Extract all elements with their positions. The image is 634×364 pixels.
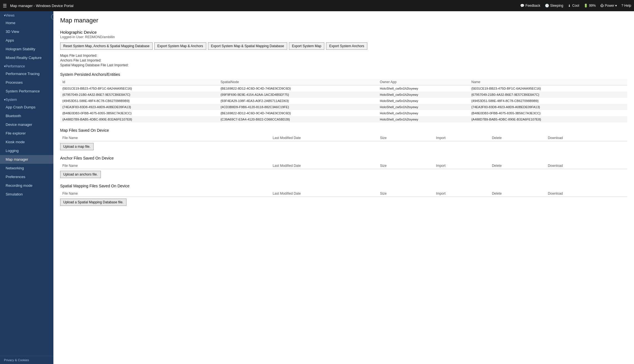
sidebar-item-bluetooth[interactable]: Bluetooth [0, 112, 53, 120]
sidebar-item-fileexplorer[interactable]: File explorer [0, 129, 53, 138]
sidebar-item-kioskmode[interactable]: Kiosk mode [0, 138, 53, 146]
sidebar-item-processes[interactable]: Processes [0, 78, 53, 87]
topbar-title: Map manager - Windows Device Portal [10, 4, 520, 8]
spatial-files-section: Spatial Mapping Files Saved On Device Fi… [60, 184, 627, 206]
sleeping-btn[interactable]: 🕐 Sleeping [545, 4, 563, 8]
map-col-delete: Delete [490, 136, 545, 140]
map-col-size: Size [378, 136, 434, 140]
upload-map-btn[interactable]: Upload a map file. [60, 143, 94, 150]
anchors-cell-spatial_node: {4CD3B8D9-F9B6-4120-8118-882C3A6C19FE} [218, 104, 378, 110]
anchors-table-row: {67957049-21B0-4A32-B6E7-9E57CB6E8A7C}{9… [60, 92, 627, 98]
upload-spatial-btn[interactable]: Upload a Spatial Mapping Database file. [60, 199, 126, 206]
anchor-col-size: Size [378, 164, 434, 168]
sidebar-item-hologram[interactable]: Hologram Stability [0, 45, 53, 53]
sidebar-item-mrc[interactable]: Mixed Reality Capture [0, 53, 53, 62]
anchors-section-title: System Persisted Anchors/Entities [60, 72, 627, 77]
cool-btn[interactable]: 🌡 Cool [568, 4, 579, 8]
map-col-modified: Last Modified Date [270, 136, 378, 140]
sidebar-item-logging[interactable]: Logging [0, 146, 53, 155]
sidebar-item-mapmanager[interactable]: Map manager [0, 155, 53, 164]
feedback-btn[interactable]: 💬 Feedback [520, 4, 540, 8]
device-info: Holographic Device Logged-in User: REDMO… [60, 30, 627, 39]
sidebar-item-appcrashdumps[interactable]: App Crash Dumps [0, 103, 53, 112]
page-title: Map manager [60, 17, 627, 24]
help-btn[interactable]: ? Help [621, 4, 631, 8]
map-files-section: Map Files Saved On Device File Name Last… [60, 128, 627, 150]
anchors-cell-name: {49453D51-588E-48F4-8C78-CB627098B9B9} [469, 98, 627, 104]
spatial-files-header: File Name Last Modified Date Size Import… [60, 190, 627, 197]
anchor-col-download: Download [545, 164, 627, 168]
anchors-table-row: {74EA3F83-83D8-4923-A8D9-A0BEDE09FA13}{4… [60, 104, 627, 110]
battery-icon: 🔋 [584, 4, 588, 8]
sidebar-item-home[interactable]: Home [0, 19, 53, 27]
anchor-col-filename: File Name [60, 164, 270, 168]
col-id: Id [60, 79, 218, 85]
sidebar-item-apps[interactable]: Apps [0, 36, 53, 45]
anchors-cell-spatial_node: {93F4EA29-108F-4EA3-A0F2-2AB5711AED63} [218, 98, 378, 104]
anchors-cell-name: {A488D7B9-BAB5-4DBC-890E-B32A6FE107E8} [469, 116, 627, 122]
map-files-header: File Name Last Modified Date Size Import… [60, 135, 627, 141]
anchors-cell-owner_app: HoloShell_cw5n1h2txyewy [378, 85, 469, 92]
anchor-files-title: Anchor Files Saved On Device [60, 156, 627, 160]
anchors-cell-owner_app: HoloShell_cw5n1h2txyewy [378, 116, 469, 122]
upload-anchors-btn[interactable]: Upload an anchors file. [60, 171, 101, 178]
map-files-title: Map Files Saved On Device [60, 128, 627, 133]
sidebar-item-systperf[interactable]: System Performance [0, 87, 53, 95]
anchors-cell-name: {74EA3F83-83D8-4923-A8D9-A0BEDE09FA13} [469, 104, 627, 110]
btn-reset[interactable]: Reset System Map, Anchors & Spatial Mapp… [60, 42, 153, 50]
spatial-col-size: Size [378, 192, 434, 195]
anchors-cell-id: {74EA3F83-83D8-4923-A8D9-A0BEDE09FA13} [60, 104, 218, 110]
map-col-import: Import [434, 136, 490, 140]
anchor-files-section: Anchor Files Saved On Device File Name L… [60, 156, 627, 178]
logged-in-user: Logged-in User: REDMOND/ambillin [60, 35, 627, 39]
map-col-filename: File Name [60, 136, 270, 140]
sidebar-item-preferences[interactable]: Preferences [0, 172, 53, 181]
sidebar-item-perftracing[interactable]: Performance Tracing [0, 69, 53, 78]
anchors-cell-id: {49453D51-588E-48F4-8C78-CB627098B9B9} [60, 98, 218, 104]
anchors-cell-id: {B48E0DB3-0FBB-4075-8355-3B56C7A3E3CC} [60, 110, 218, 116]
sidebar-section-system[interactable]: ▾System [0, 95, 53, 103]
anchors-cell-id: {67957049-21B0-4A32-B6E7-9E57CB6E8A7C} [60, 92, 218, 98]
anchors-cell-spatial_node: {99F9F690-9E9E-4154-A2AA-1AC3D4B5EF75} [218, 92, 378, 98]
anchor-col-import: Import [434, 164, 490, 168]
spatial-col-filename: File Name [60, 192, 270, 195]
sidebar-item-networking[interactable]: Networking [0, 164, 53, 172]
col-ownerapp: Owner App [378, 79, 469, 85]
sidebar-item-3dview[interactable]: 3D View [0, 27, 53, 36]
col-name: Name [469, 79, 627, 85]
btn-export-map-spatial[interactable]: Export System Map & Spatial Mapping Data… [208, 42, 287, 50]
anchors-table-row: {49453D51-588E-48F4-8C78-CB627098B9B9}{9… [60, 98, 627, 104]
btn-export-map-anchors[interactable]: Export System Map & Anchors [154, 42, 206, 50]
btn-export-anchors[interactable]: Export System Anchors [326, 42, 367, 50]
anchor-files-header: File Name Last Modified Date Size Import… [60, 163, 627, 169]
anchor-col-delete: Delete [490, 164, 545, 168]
anchor-col-modified: Last Modified Date [270, 164, 378, 168]
anchors-cell-name: {5E01CE19-BB23-475D-BF1C-6A24AA95EC16} [469, 85, 627, 92]
sidebar-section-views[interactable]: ▾Views [0, 11, 53, 19]
anchors-cell-spatial_node: {C39A69C7-E3A4-4120-B822-C068CCA5BD28} [218, 116, 378, 122]
sidebar-item-devicemgr[interactable]: Device manager [0, 120, 53, 129]
sidebar-item-simulation[interactable]: Simulation [0, 190, 53, 199]
anchors-cell-spatial_node: {BE169822-8D12-4C6D-9C4D-740AE9CD9C6D} [218, 85, 378, 92]
action-buttons-row: Reset System Map, Anchors & Spatial Mapp… [60, 42, 627, 50]
hamburger-menu[interactable]: ☰ [3, 3, 7, 8]
sidebar-item-recordingmode[interactable]: Recording mode [0, 181, 53, 190]
spatial-col-download: Download [545, 192, 627, 195]
btn-export-map[interactable]: Export System Map [289, 42, 325, 50]
privacy-cookies-link[interactable]: Privacy & Cookies [0, 356, 53, 364]
anchors-table-row: {B48E0DB3-0FBB-4075-8355-3B56C7A3E3CC}{B… [60, 110, 627, 116]
anchors-cell-name: {67957049-21B0-4A32-B6E7-9E57CB6E8A7C} [469, 92, 627, 98]
spatial-file-last-imported: Spatial Mapping Database File Last Impor… [60, 63, 627, 67]
anchors-table-row: {A488D7B9-BAB5-4DBC-890E-B32A6FE107E8}{C… [60, 116, 627, 122]
sidebar-section-performance[interactable]: ▾Performance [0, 62, 53, 69]
spatial-files-title: Spatial Mapping Files Saved On Device [60, 184, 627, 188]
sleeping-icon: 🕐 [545, 4, 549, 8]
col-spatialnode: SpatialNode [218, 79, 378, 85]
main-content: Map manager Holographic Device Logged-in… [53, 11, 634, 364]
power-btn[interactable]: ⏻ Power ▾ [600, 4, 617, 8]
battery-btn[interactable]: 🔋 99% [584, 4, 596, 8]
anchors-cell-owner_app: HoloShell_cw5n1h2txyewy [378, 110, 469, 116]
anchors-file-last-imported: Anchors File Last Imported: [60, 58, 627, 62]
anchors-cell-id: {5E01CE19-BB23-475D-BF1C-6A24AA95EC16} [60, 85, 218, 92]
cool-icon: 🌡 [568, 4, 571, 8]
